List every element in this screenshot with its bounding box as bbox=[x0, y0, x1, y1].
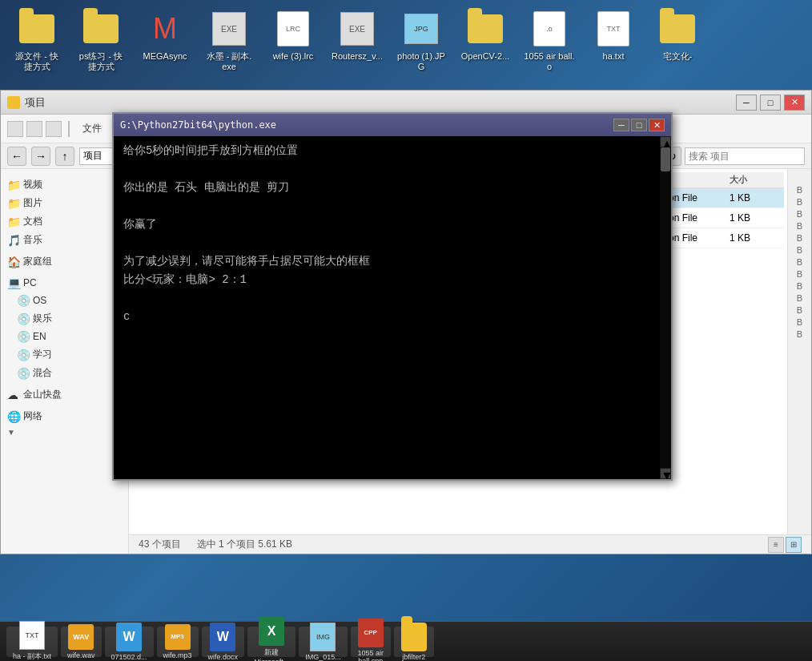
sidebar-item-homegroup[interactable]: 🏠 家庭组 bbox=[1, 252, 128, 271]
pictures-icon: 📁 bbox=[7, 197, 20, 210]
pc-icon: 💻 bbox=[7, 276, 20, 289]
icon-megasync[interactable]: M MEGAsync bbox=[136, 6, 194, 65]
grid-view-button[interactable]: ⊞ bbox=[786, 537, 802, 553]
sidebar-expand[interactable]: ▼ bbox=[1, 425, 128, 439]
console-minimize-button[interactable]: ─ bbox=[613, 119, 629, 131]
sidebar-item-hunhe[interactable]: 💿 混合 bbox=[1, 364, 128, 382]
sidebar-item-network[interactable]: 🌐 网络 bbox=[1, 407, 128, 425]
scroll-up[interactable]: ▲ bbox=[661, 137, 670, 147]
xuexi-icon: 💿 bbox=[17, 349, 30, 361]
icon-routersz[interactable]: EXE Routersz_v... bbox=[328, 6, 386, 65]
taskbar-jbfilter-label: jbfilter2 bbox=[402, 653, 425, 661]
b-indicator-5: B bbox=[797, 233, 802, 243]
back-button[interactable]: ← bbox=[7, 147, 26, 166]
taskbar-wife-docx[interactable]: W wife.docx bbox=[202, 627, 245, 657]
minimize-button[interactable]: ─ bbox=[736, 95, 757, 111]
os-icon: 💿 bbox=[17, 294, 30, 307]
icon-shuimo[interactable]: EXE 水墨 - 副本. exe bbox=[200, 6, 258, 75]
b-indicator-3: B bbox=[797, 209, 802, 219]
taskbar-jbfilter2[interactable]: jbfilter2 bbox=[394, 627, 434, 657]
taskbar-img-label: IMG_015... bbox=[305, 653, 341, 661]
icon-wife-lrc[interactable]: LRC wife (3).lrc bbox=[264, 6, 322, 65]
icon-pslianxi[interactable]: ps练习 - 快 捷方式 bbox=[72, 6, 130, 75]
sidebar-item-os[interactable]: 💿 OS bbox=[1, 292, 128, 309]
console-line-7: 比分<玩家：电脑> 2：1 bbox=[123, 272, 650, 288]
sidebar-pc: 💻 PC 💿 OS 💿 娱乐 💿 EN bbox=[1, 274, 128, 382]
console-line-0: 给你5秒的时间把手放到方框的位置 bbox=[123, 143, 650, 159]
sidebar-item-music[interactable]: 🎵 音乐 bbox=[1, 231, 128, 249]
console-line-6: 为了减少误判，请尽可能将手占据尽可能大的框框 bbox=[123, 253, 650, 270]
network-icon: 🌐 bbox=[7, 410, 20, 423]
sidebar-homegroup: 🏠 家庭组 bbox=[1, 252, 128, 271]
sidebar-item-documents[interactable]: 📁 文档 bbox=[1, 212, 128, 231]
list-view-button[interactable]: ≡ bbox=[768, 537, 784, 553]
b-indicator-12: B bbox=[797, 317, 802, 327]
icon-hatxt[interactable]: TXT ha.txt bbox=[585, 6, 642, 65]
taskbar-wav-label: wife.wav bbox=[67, 651, 95, 659]
icon-opencv2[interactable]: OpenCV-2... bbox=[456, 6, 514, 65]
sidebar-cloud: ☁ 金山快盘 bbox=[1, 385, 128, 404]
scroll-down[interactable]: ▼ bbox=[661, 469, 670, 478]
sidebar-item-en[interactable]: 💿 EN bbox=[1, 328, 128, 345]
toolbar-icon2[interactable] bbox=[26, 121, 42, 137]
icon-yuanwenjian[interactable]: 源文件 - 快 捷方式 bbox=[8, 6, 66, 75]
documents-icon: 📁 bbox=[7, 216, 20, 228]
taskbar-airball-cpp[interactable]: CPP 1055 airball.cpp bbox=[351, 627, 391, 657]
sidebar-item-video[interactable]: 📁 视频 bbox=[1, 175, 128, 194]
forward-button[interactable]: → bbox=[31, 147, 50, 166]
console-line-2: 你出的是 石头 电脑出的是 剪刀 bbox=[123, 179, 650, 196]
taskbar-mp3-label: wife.mp3 bbox=[163, 651, 192, 659]
up-button[interactable]: ↑ bbox=[55, 147, 74, 166]
nav-right: ∨ ↻ bbox=[653, 147, 805, 166]
search-input[interactable] bbox=[685, 147, 805, 165]
en-icon: 💿 bbox=[17, 330, 30, 343]
console-line-9: c bbox=[123, 308, 650, 325]
sidebar-item-xuexi[interactable]: 💿 学习 bbox=[1, 345, 128, 364]
close-button[interactable]: ✕ bbox=[784, 95, 805, 111]
sidebar-item-pictures[interactable]: 📁 图片 bbox=[1, 194, 128, 212]
console-window: G:\Python27bit64\python.exe ─ □ ✕ 给你5秒的时… bbox=[112, 112, 673, 481]
icon-photo[interactable]: JPG photo (1).JPG bbox=[392, 6, 450, 75]
b-indicator-2: B bbox=[797, 197, 802, 207]
music-icon: 🎵 bbox=[7, 234, 20, 247]
taskbar-wife-wav[interactable]: WAV wife.wav bbox=[61, 627, 102, 657]
icon-airball[interactable]: .o 1055 air ball.o bbox=[521, 6, 578, 75]
taskbar-new-excel[interactable]: X 新建Microsoft... bbox=[247, 627, 295, 657]
scroll-track bbox=[660, 147, 671, 468]
icon-zhaiwen[interactable]: 宅文化- bbox=[649, 6, 706, 65]
maximize-button[interactable]: □ bbox=[760, 95, 781, 111]
console-maximize-button[interactable]: □ bbox=[631, 119, 647, 131]
console-controls: ─ □ ✕ bbox=[613, 119, 665, 131]
b-indicator-13: B bbox=[797, 329, 802, 339]
b-indicator-7: B bbox=[797, 257, 802, 267]
sidebar-item-pc[interactable]: 💻 PC bbox=[1, 274, 128, 292]
taskbar-ha-txt[interactable]: TXT ha - 副本.txt bbox=[6, 627, 58, 657]
sidebar-item-yule[interactable]: 💿 娱乐 bbox=[1, 309, 128, 328]
console-close-button[interactable]: ✕ bbox=[649, 119, 665, 131]
sidebar-network: 🌐 网络 ▼ bbox=[1, 407, 128, 439]
sidebar-favorites: 📁 视频 📁 图片 📁 文档 🎵 音乐 bbox=[1, 175, 128, 249]
console-scrollbar[interactable]: ▲ ▼ bbox=[660, 136, 671, 479]
b-indicator-8: B bbox=[797, 269, 802, 279]
taskbar: TXT ha - 副本.txt WAV wife.wav W 071502.d.… bbox=[0, 621, 812, 661]
toolbar-icon1[interactable] bbox=[7, 121, 23, 137]
sidebar-item-kuaipan[interactable]: ☁ 金山快盘 bbox=[1, 385, 128, 404]
explorer-titlebar: 项目 ─ □ ✕ bbox=[1, 91, 811, 115]
col-size: 大小 bbox=[730, 174, 778, 186]
console-line-5 bbox=[123, 235, 650, 252]
taskbar-img015[interactable]: IMG IMG_015... bbox=[299, 627, 348, 657]
explorer-title: 项目 bbox=[25, 95, 46, 110]
console-title: G:\Python27bit64\python.exe bbox=[120, 119, 276, 131]
desktop: 源文件 - 快 捷方式 ps练习 - 快 捷方式 M MEGAsync EXE … bbox=[0, 0, 812, 661]
taskbar-wife-mp3[interactable]: MP3 wife.mp3 bbox=[157, 627, 199, 657]
toolbar-file-btn[interactable]: 文件 bbox=[76, 119, 108, 138]
status-bar: 43 个项目 选中 1 个项目 5.61 KB ≡ ⊞ bbox=[129, 534, 811, 554]
toolbar-icon3[interactable] bbox=[46, 121, 62, 137]
sidebar: 📁 视频 📁 图片 📁 文档 🎵 音乐 bbox=[1, 169, 129, 554]
console-line-3 bbox=[123, 198, 650, 215]
console-body[interactable]: 给你5秒的时间把手放到方框的位置 你出的是 石头 电脑出的是 剪刀 你赢了 为了… bbox=[114, 136, 660, 479]
selected-items: 选中 1 个项目 5.61 KB bbox=[197, 538, 292, 551]
console-body-wrapper: 给你5秒的时间把手放到方框的位置 你出的是 石头 电脑出的是 剪刀 你赢了 为了… bbox=[114, 136, 671, 479]
taskbar-071502[interactable]: W 071502.d... bbox=[105, 627, 154, 657]
cloud-icon: ☁ bbox=[7, 389, 20, 401]
